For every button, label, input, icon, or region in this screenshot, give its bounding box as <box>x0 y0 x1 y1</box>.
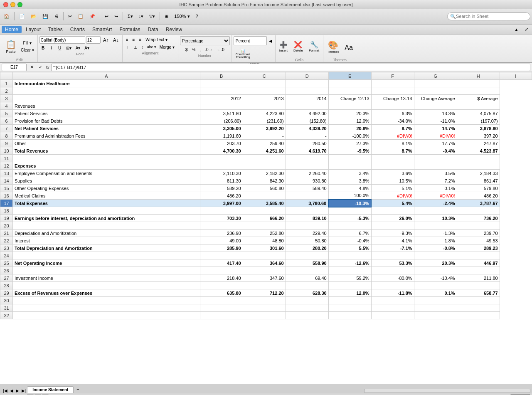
cell[interactable]: 558.90 <box>286 259 328 267</box>
menu-charts[interactable]: Charts <box>67 26 88 33</box>
cell[interactable]: 364.60 <box>243 259 286 267</box>
add-sheet-btn[interactable]: + <box>74 385 81 393</box>
valign-mid-btn[interactable]: ⊥ <box>132 44 139 50</box>
cell[interactable]: Change 12-13 <box>328 95 371 102</box>
cell[interactable]: 842.30 <box>243 177 286 185</box>
row-header[interactable]: 29 <box>0 289 13 297</box>
row-header[interactable]: 31 <box>0 304 13 312</box>
cell[interactable]: (197.07) <box>457 117 500 125</box>
cell[interactable]: Total Expenses <box>13 200 200 207</box>
row-header[interactable]: 24 <box>0 252 13 259</box>
cell[interactable]: 8.1% <box>371 140 414 147</box>
cell[interactable]: 486.20 <box>200 192 243 200</box>
cell[interactable]: 4,075.87 <box>457 110 500 117</box>
menu-home[interactable]: Home <box>2 26 22 33</box>
copy-btn[interactable]: 📋 <box>76 13 86 20</box>
cell[interactable]: 4,223.80 <box>243 110 286 117</box>
cell[interactable]: 3.8% <box>328 177 371 185</box>
cell[interactable]: 397.20 <box>457 132 500 140</box>
cell[interactable]: 0.1% <box>414 289 457 297</box>
cell[interactable]: 4,619.70 <box>286 147 328 155</box>
cell[interactable] <box>371 252 414 259</box>
cell[interactable]: 2,110.30 <box>200 170 243 177</box>
cell[interactable]: 8.7% <box>371 125 414 132</box>
cell[interactable]: Excess of Revenues over Expenses <box>13 289 200 297</box>
cell[interactable]: 239.70 <box>457 230 500 237</box>
cell[interactable]: 3,992.20 <box>243 125 286 132</box>
cell[interactable] <box>286 80 328 87</box>
cell[interactable]: Other <box>13 140 200 147</box>
row-header[interactable]: 7 <box>0 125 13 132</box>
merge-btn[interactable]: Merge ▾ <box>158 44 176 50</box>
cell[interactable] <box>414 102 457 110</box>
cell[interactable]: 1,191.60 <box>200 132 243 140</box>
cell[interactable]: 259.40 <box>243 140 286 147</box>
cell[interactable] <box>328 102 371 110</box>
row-header[interactable]: 17 <box>0 200 13 207</box>
cell[interactable]: 3,787.67 <box>457 200 500 207</box>
cell[interactable] <box>200 222 243 230</box>
cell[interactable]: Total Depreciation and Amortization <box>13 244 200 252</box>
cell[interactable]: 861.47 <box>457 177 500 185</box>
cell[interactable] <box>371 312 414 319</box>
cell[interactable] <box>200 207 243 215</box>
cell[interactable]: 5.5% <box>328 244 371 252</box>
row-header[interactable]: 13 <box>0 170 13 177</box>
cell[interactable]: 48.80 <box>243 237 286 244</box>
bold-btn[interactable]: B <box>39 44 47 51</box>
cell[interactable]: Patient Services <box>13 110 200 117</box>
cell[interactable] <box>286 87 328 95</box>
sheet-area[interactable]: A B C D E F G H I 1Intermountain Healthc… <box>0 72 532 384</box>
cell[interactable] <box>286 297 328 304</box>
cell[interactable] <box>243 192 286 200</box>
cell[interactable]: 2,182.30 <box>243 170 286 177</box>
cell[interactable]: (152.80) <box>286 117 328 125</box>
menu-tables[interactable]: Tables <box>45 26 66 33</box>
sheet-tab-income-statement[interactable]: Income Statement <box>27 386 74 393</box>
save-btn[interactable]: 💾 <box>40 13 50 20</box>
cell[interactable] <box>371 162 414 170</box>
cell[interactable] <box>328 222 371 230</box>
cell[interactable] <box>200 252 243 259</box>
format-cells-btn[interactable]: 🔧 Format <box>307 36 321 57</box>
cell[interactable] <box>286 207 328 215</box>
col-header-e[interactable]: E <box>328 72 371 80</box>
cell[interactable]: Change Average <box>414 95 457 102</box>
cell[interactable] <box>414 297 457 304</box>
cell[interactable] <box>414 282 457 289</box>
cell[interactable] <box>457 304 500 312</box>
fullscreen-btn[interactable]: ⤢ <box>522 26 530 33</box>
open-btn[interactable]: 📂 <box>29 13 39 20</box>
cell[interactable] <box>13 87 200 95</box>
row-header[interactable]: 32 <box>0 312 13 319</box>
underline-btn[interactable]: U <box>56 44 64 51</box>
cell[interactable] <box>371 267 414 274</box>
cell[interactable] <box>243 87 286 95</box>
cell[interactable] <box>371 304 414 312</box>
home-toolbar-btn[interactable]: 🏠 <box>2 13 12 20</box>
row-header[interactable]: 14 <box>0 177 13 185</box>
row-header[interactable]: 23 <box>0 244 13 252</box>
cell[interactable]: 14.7% <box>414 125 457 132</box>
cell[interactable] <box>243 304 286 312</box>
cell[interactable] <box>371 102 414 110</box>
cell[interactable]: Intermountain Healthcare <box>13 80 200 87</box>
cell[interactable] <box>328 207 371 215</box>
col-header-f[interactable]: F <box>371 72 414 80</box>
cell[interactable] <box>243 282 286 289</box>
cell[interactable] <box>243 80 286 87</box>
maximize-button[interactable] <box>17 2 22 7</box>
menu-smartart[interactable]: SmartArt <box>89 26 115 33</box>
menu-layout[interactable]: Layout <box>22 26 44 33</box>
cell[interactable]: -0.4% <box>328 237 371 244</box>
decrease-decimal-btn[interactable]: ←.0 <box>215 46 226 53</box>
cell[interactable]: 301.60 <box>243 244 286 252</box>
tab-back-btn[interactable]: ◀ <box>9 388 15 393</box>
cell[interactable]: 4,492.00 <box>286 110 328 117</box>
cell[interactable]: #DIV/0! <box>371 132 414 140</box>
cell[interactable] <box>200 267 243 274</box>
cell[interactable] <box>328 155 371 162</box>
redo-btn[interactable]: ↪ <box>112 13 120 20</box>
align-center-btn[interactable]: ≡ <box>131 36 137 43</box>
number-format-select[interactable]: Percentage General Number Currency <box>180 36 230 45</box>
